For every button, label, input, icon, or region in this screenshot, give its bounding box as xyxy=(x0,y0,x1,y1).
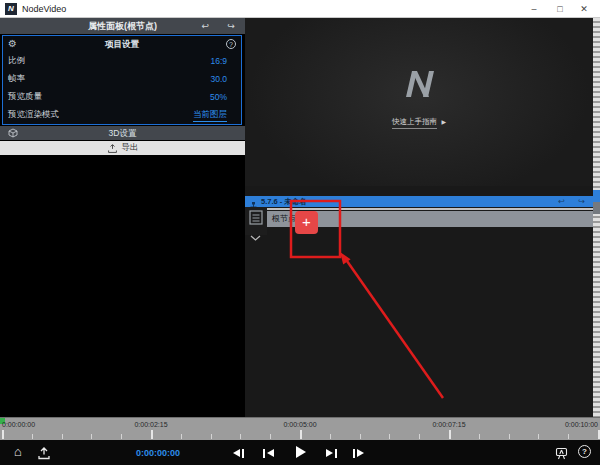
ruler-tick xyxy=(62,434,63,439)
ruler-tick xyxy=(121,434,122,439)
properties-panel: 属性面板(根节点) ↩ ↪ ⚙ 项目设置 ? 比例16:9帧率30.0预览质量5… xyxy=(0,18,245,417)
ruler-tick xyxy=(240,434,241,439)
properties-panel-header: 属性面板(根节点) ↩ ↪ xyxy=(0,18,245,34)
upload-icon[interactable] xyxy=(37,446,51,464)
settings-3d-section[interactable]: 3D设置 xyxy=(0,126,245,140)
cube-icon xyxy=(8,128,18,142)
node-toolbar-left xyxy=(245,207,267,235)
export-label: 导出 xyxy=(122,142,139,154)
ruler-timestamp: 0:00:07:15 xyxy=(419,421,479,428)
project-settings-header: ⚙ 项目设置 ? xyxy=(3,36,241,52)
preview-viewport: 快速上手指南 ▶ xyxy=(245,18,593,186)
app-logo-icon: N xyxy=(5,3,17,15)
setting-label: 预览渲染模式 xyxy=(8,109,59,121)
ruler-timestamp: 0:00:00:00 xyxy=(2,421,35,428)
settings-3d-label: 3D设置 xyxy=(109,128,137,138)
undo-icon[interactable]: ↩ xyxy=(201,18,209,34)
chevron-down-icon[interactable] xyxy=(250,227,261,245)
bookmark-icon[interactable] xyxy=(555,446,568,464)
export-icon xyxy=(107,143,118,154)
project-settings-box: ⚙ 项目设置 ? 比例16:9帧率30.0预览质量50%预览渲染模式当前图层 xyxy=(2,35,242,125)
time-display: 0:00:00:00 xyxy=(118,448,198,458)
node-panel-header[interactable]: 5.7.6 - 未命名 ↩ ↪ xyxy=(245,196,593,207)
setting-label: 比例 xyxy=(8,55,25,67)
ruler-tick xyxy=(449,430,451,439)
ruler-tick xyxy=(270,434,271,439)
ruler-tick xyxy=(419,434,420,439)
quick-start-guide[interactable]: 快速上手指南 ▶ xyxy=(245,110,593,129)
timeline-ruler[interactable]: 0:00:00:000:00:02:150:00:05:000:00:07:15… xyxy=(0,417,600,440)
play-arrow-icon: ▶ xyxy=(441,119,446,125)
ruler-tick xyxy=(300,430,302,439)
background-window-sliver xyxy=(593,18,600,440)
node-panel-title: 5.7.6 - 未命名 xyxy=(261,197,307,207)
setting-value[interactable]: 16:9 xyxy=(210,56,227,66)
setting-value[interactable]: 50% xyxy=(210,92,227,102)
setting-row: 预览质量50% xyxy=(3,88,241,106)
setting-label: 帧率 xyxy=(8,73,25,85)
setting-value[interactable]: 30.0 xyxy=(210,74,227,84)
play-button[interactable] xyxy=(296,446,306,458)
ruler-tick xyxy=(509,434,510,439)
ruler-timestamp: 0:00:10:00 xyxy=(565,421,598,428)
help-button[interactable]: ? xyxy=(578,445,591,458)
root-node-label[interactable]: 根节点 xyxy=(272,214,296,223)
ruler-tick xyxy=(181,434,182,439)
ruler-tick xyxy=(151,430,153,439)
right-area: 快速上手指南 ▶ 5.7.6 - 未命名 ↩ ↪ 根节点 + xyxy=(245,18,593,417)
setting-value[interactable]: 当前图层 xyxy=(193,109,227,122)
setting-label: 预览质量 xyxy=(8,91,42,103)
node-redo-icon[interactable]: ↪ xyxy=(578,196,585,207)
app-title: NodeVideo xyxy=(22,4,66,14)
gear-icon[interactable]: ⚙ xyxy=(8,36,17,52)
project-settings-title: 项目设置 xyxy=(105,39,139,49)
close-button[interactable]: ✕ xyxy=(576,2,592,16)
background-window-sliver-gray xyxy=(593,202,600,214)
transport-bar: ⌂ 0:00:00:00 ? xyxy=(0,440,600,465)
properties-panel-title: 属性面板(根节点) xyxy=(88,21,157,31)
nodevideo-logo-icon xyxy=(403,70,435,102)
ruler-tick xyxy=(479,434,480,439)
home-icon[interactable]: ⌂ xyxy=(14,444,22,459)
ruler-tick xyxy=(360,434,361,439)
frame-back-button[interactable] xyxy=(233,447,244,459)
frame-forward-button[interactable] xyxy=(353,447,364,459)
node-scrollbar[interactable] xyxy=(267,208,593,210)
project-settings-rows: 比例16:9帧率30.0预览质量50%预览渲染模式当前图层 xyxy=(3,52,241,124)
ruler-tick xyxy=(2,430,4,439)
add-node-button[interactable]: + xyxy=(295,211,318,234)
jump-start-button[interactable] xyxy=(263,447,274,459)
ruler-tick xyxy=(91,434,92,439)
ruler-tick xyxy=(389,434,390,439)
ruler-timestamp: 0:00:05:00 xyxy=(270,421,330,428)
minimize-button[interactable]: – xyxy=(526,2,542,16)
app-window: N NodeVideo – □ ✕ 属性面板(根节点) ↩ ↪ ⚙ 项目设置 ?… xyxy=(0,0,600,465)
redo-icon[interactable]: ↪ xyxy=(227,18,235,34)
node-undo-icon[interactable]: ↩ xyxy=(558,196,565,207)
setting-row: 预览渲染模式当前图层 xyxy=(3,106,241,124)
help-icon[interactable]: ? xyxy=(226,39,236,49)
setting-row: 帧率30.0 xyxy=(3,70,241,88)
ruler-tick xyxy=(538,434,539,439)
quick-start-guide-link[interactable]: 快速上手指南 xyxy=(392,117,437,129)
jump-end-button[interactable] xyxy=(326,447,337,459)
ruler-timestamp: 0:00:02:15 xyxy=(121,421,181,428)
export-button[interactable]: 导出 xyxy=(0,141,245,155)
maximize-button[interactable]: □ xyxy=(552,2,568,16)
background-window-sliver-blue xyxy=(593,190,600,202)
ruler-tick xyxy=(32,434,33,439)
ruler-tick xyxy=(330,434,331,439)
ruler-tick xyxy=(568,434,569,439)
titlebar: N NodeVideo – □ ✕ xyxy=(0,0,600,18)
setting-row: 比例16:9 xyxy=(3,52,241,70)
ruler-tick xyxy=(211,434,212,439)
